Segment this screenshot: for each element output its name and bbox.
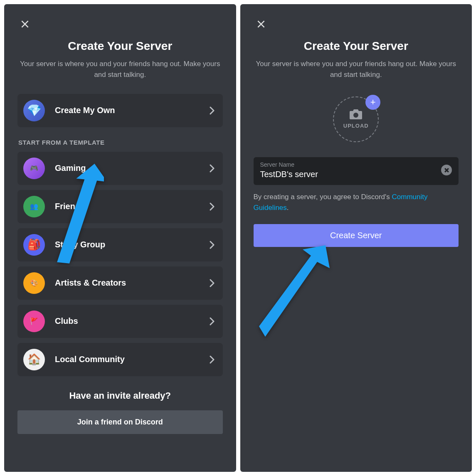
chevron-right-icon <box>210 279 215 287</box>
clear-input-button[interactable] <box>441 165 452 175</box>
create-server-name-screen: Create Your Server Your server is where … <box>240 4 472 472</box>
agree-suffix: . <box>287 204 289 212</box>
page-subtitle: Your server is where you and your friend… <box>17 59 223 81</box>
upload-server-icon-button[interactable]: UPLOAD + <box>333 96 379 142</box>
upload-label: UPLOAD <box>343 123 369 129</box>
template-label: Clubs <box>55 316 210 326</box>
template-section-header: START FROM A TEMPLATE <box>18 139 223 146</box>
chevron-right-icon <box>210 355 215 364</box>
template-label: Friends <box>55 202 210 211</box>
join-friend-label: Join a friend on Discord <box>77 418 163 426</box>
template-artists-creators[interactable]: 🎨 Artists & Creators <box>17 266 223 300</box>
chevron-right-icon <box>210 164 215 173</box>
template-clubs[interactable]: 🚩 Clubs <box>17 305 223 338</box>
community-guidelines-text: By creating a server, you agree to Disco… <box>254 192 459 214</box>
artists-icon: 🎨 <box>23 272 45 294</box>
invite-already-text: Have an invite already? <box>17 390 223 401</box>
gaming-icon: 🎮 <box>23 158 45 179</box>
close-icon <box>256 19 266 30</box>
agree-prefix: By creating a server, you agree to Disco… <box>254 193 392 201</box>
close-button[interactable] <box>17 16 33 32</box>
chevron-right-icon <box>210 106 215 115</box>
local-community-icon: 🏠 <box>23 349 45 370</box>
template-label: Local Community <box>55 355 210 364</box>
server-name-input[interactable]: Server Name TestDB's server <box>254 157 459 185</box>
plus-icon: + <box>365 95 380 110</box>
create-my-own-label: Create My Own <box>55 106 210 115</box>
server-name-value: TestDB's server <box>260 170 437 179</box>
page-title: Create Your Server <box>254 39 459 53</box>
chevron-right-icon <box>210 202 215 211</box>
template-label: Study Group <box>55 240 210 249</box>
close-icon <box>20 19 30 30</box>
template-friends[interactable]: 👥 Friends <box>17 190 223 223</box>
annotation-arrow <box>259 245 330 338</box>
friends-icon: 👥 <box>23 196 45 217</box>
template-local-community[interactable]: 🏠 Local Community <box>17 343 223 376</box>
create-server-button[interactable]: Create Server <box>254 224 459 247</box>
close-button[interactable] <box>253 16 269 32</box>
create-server-label: Create Server <box>330 231 382 240</box>
create-my-own-button[interactable]: 💎 Create My Own <box>17 94 223 127</box>
template-study-group[interactable]: 🎒 Study Group <box>17 228 223 261</box>
camera-icon <box>350 109 362 121</box>
page-title: Create Your Server <box>17 39 223 53</box>
study-icon: 🎒 <box>23 234 45 256</box>
chevron-right-icon <box>210 241 215 249</box>
svg-marker-1 <box>259 245 330 337</box>
create-own-icon: 💎 <box>23 100 45 121</box>
close-icon <box>444 168 449 173</box>
clubs-icon: 🚩 <box>23 311 45 332</box>
template-label: Artists & Creators <box>55 278 210 288</box>
page-subtitle: Your server is where you and your friend… <box>254 59 459 81</box>
template-label: Gaming <box>55 163 210 173</box>
join-friend-button[interactable]: Join a friend on Discord <box>17 410 223 434</box>
server-name-field-label: Server Name <box>260 161 437 168</box>
template-gaming[interactable]: 🎮 Gaming <box>17 152 223 185</box>
chevron-right-icon <box>210 317 215 326</box>
create-server-template-screen: Create Your Server Your server is where … <box>4 4 236 472</box>
